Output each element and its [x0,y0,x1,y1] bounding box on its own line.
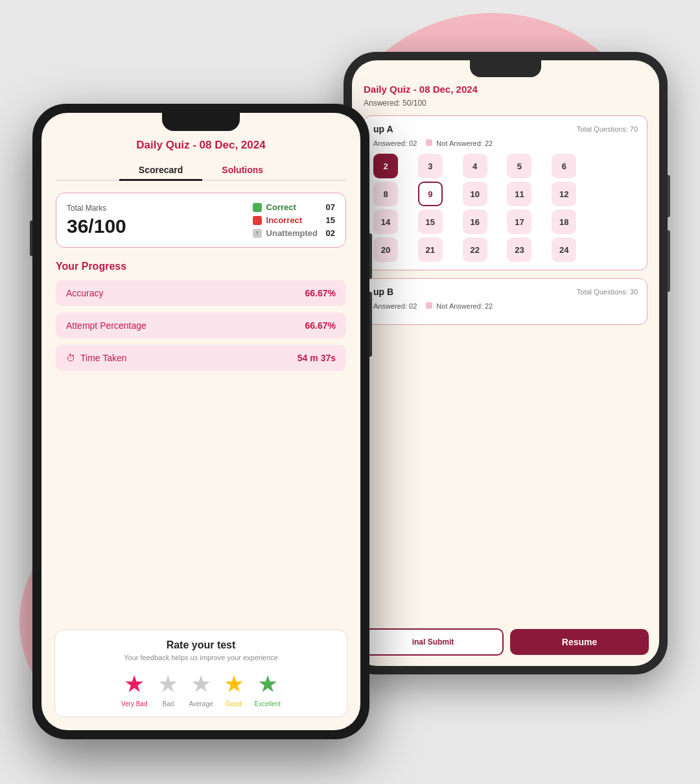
accuracy-value: 66.67% [305,288,336,298]
group-a-header: up A Total Questions: 70 [373,124,638,134]
group-a-card: up A Total Questions: 70 Answered: 02 No… [364,115,648,270]
group-b-header: up B Total Questions: 30 [373,287,638,297]
accuracy-label: Accuracy [66,288,104,298]
num-btn-3[interactable]: 3 [418,154,443,178]
num-btn-10[interactable]: 10 [463,182,487,206]
final-submit-button[interactable]: inal Submit [362,628,504,656]
not-answered-dot-b [426,302,432,309]
phone-front: Daily Quiz - 08 Dec, 2024 Scorecard Solu… [32,104,369,739]
front-power-btn [30,220,32,256]
incorrect-label: Incorrect [266,215,318,225]
group-b-stats: Answered: 02 Not Answered: 22 [373,302,638,310]
num-btn-11[interactable]: 11 [507,182,531,206]
num-btn-9[interactable]: 9 [418,182,443,206]
group-a-answered: Answered: 02 [373,139,417,147]
quiz-title: Daily Quiz - 08 Dec, 2024 [56,139,346,152]
star-very-bad-label: Very Bad [121,700,148,707]
num-btn-4[interactable]: 4 [463,154,487,178]
star-bad-label: Bad [163,700,174,707]
tabs: Scorecard Solutions [56,161,346,181]
attempt-percentage-item: Attempt Percentage 66.67% [56,313,346,339]
phones-container: Daily Quiz - 08 Dec, 2024 Answered: 50/1… [32,52,668,739]
front-volume-down-btn [369,292,372,357]
num-btn-14[interactable]: 14 [373,209,398,234]
star-average[interactable]: ★ Average [189,671,213,707]
group-b-not-answered: Not Answered: 22 [426,302,493,310]
num-btn-21[interactable]: 21 [418,237,443,262]
total-marks-section: Total Marks 36/100 [67,204,126,237]
num-btn-2[interactable]: 2 [373,154,398,178]
total-marks-label: Total Marks [67,204,126,213]
group-b-answered: Answered: 02 [373,302,417,310]
not-answered-dot [426,139,432,146]
group-b-total: Total Questions: 30 [577,288,638,296]
notch [470,60,541,77]
num-btn-23[interactable]: 23 [507,237,531,262]
back-screen-content: Daily Quiz - 08 Dec, 2024 Answered: 50/1… [352,60,659,666]
num-btn-22[interactable]: 22 [463,237,487,262]
num-btn-6[interactable]: 6 [552,154,576,178]
back-phone-screen: Daily Quiz - 08 Dec, 2024 Answered: 50/1… [352,60,659,666]
incorrect-count: 15 [322,215,335,225]
front-phone-screen: Daily Quiz - 08 Dec, 2024 Scorecard Solu… [41,113,360,730]
progress-title: Your Progress [56,261,346,272]
num-btn-17[interactable]: 17 [507,209,531,234]
rate-subtitle: Your feedback helps us improve your expe… [65,654,336,661]
phone-back: Daily Quiz - 08 Dec, 2024 Answered: 50/1… [344,52,668,674]
front-notch [162,113,240,131]
stars-row: ★ Very Bad ★ Bad ★ Average ★ [65,671,336,707]
front-volume-up-btn [369,233,372,279]
star-bad[interactable]: ★ Bad [158,671,178,707]
incorrect-item: Incorrect 15 [253,215,335,225]
correct-dot [253,203,262,212]
attempt-percentage-value: 66.67% [305,320,336,331]
num-btn-12[interactable]: 12 [552,182,576,206]
group-b-card: up B Total Questions: 30 Answered: 02 No… [364,278,648,325]
star-excellent-icon: ★ [257,671,278,698]
volume-down-btn [668,230,670,292]
group-a-not-answered: Not Answered: 22 [426,139,493,147]
group-a-title: up A [373,124,393,134]
unattempted-label: Unattempted [266,228,318,238]
resume-button[interactable]: Resume [510,629,649,655]
star-excellent-label: Excellent [255,700,281,707]
group-a-stats: Answered: 02 Not Answered: 22 [373,139,638,147]
star-excellent[interactable]: ★ Excellent [255,671,281,707]
score-card: Total Marks 36/100 Correct 07 Incorrect … [56,193,346,248]
volume-up-btn [668,175,670,217]
unattempted-dot: ? [253,229,262,238]
star-bad-icon: ★ [158,671,178,698]
star-good[interactable]: ★ Good [224,671,244,707]
star-very-bad[interactable]: ★ Very Bad [121,671,148,707]
tab-solutions[interactable]: Solutions [202,161,283,180]
star-good-icon: ★ [224,671,244,698]
total-marks-value: 36/100 [67,215,126,237]
star-good-label: Good [226,700,241,707]
num-btn-5[interactable]: 5 [507,154,531,178]
correct-label: Correct [266,202,318,212]
group-a-total: Total Questions: 70 [577,125,638,133]
star-very-bad-icon: ★ [124,671,145,698]
num-btn-8[interactable]: 8 [373,182,398,206]
num-btn-15[interactable]: 15 [418,209,443,234]
num-btn-20[interactable]: 20 [373,237,398,262]
rate-section: Rate your test Your feedback helps us im… [54,630,347,717]
number-grid-a: 2 3 4 5 6 8 9 10 11 12 14 15 1 [373,154,638,262]
back-quiz-title: Daily Quiz - 08 Dec, 2024 [364,84,648,95]
star-average-label: Average [189,700,213,707]
num-btn-18[interactable]: 18 [552,209,576,234]
unattempted-item: ? Unattempted 02 [253,228,335,238]
group-b-title: up B [373,287,393,297]
marks-breakdown: Correct 07 Incorrect 15 ? Unattempted 02 [253,202,335,238]
time-taken-value: 54 m 37s [298,353,336,363]
num-btn-24[interactable]: 24 [552,237,576,262]
accuracy-item: Accuracy 66.67% [56,280,346,306]
correct-item: Correct 07 [253,202,335,212]
tab-scorecard[interactable]: Scorecard [119,161,202,181]
time-taken-item: ⏱ Time Taken 54 m 37s [56,345,346,371]
correct-count: 07 [322,202,335,212]
num-btn-16[interactable]: 16 [463,209,487,234]
rate-title: Rate your test [65,639,336,651]
unattempted-count: 02 [322,228,335,238]
attempt-percentage-label: Attempt Percentage [66,320,146,331]
